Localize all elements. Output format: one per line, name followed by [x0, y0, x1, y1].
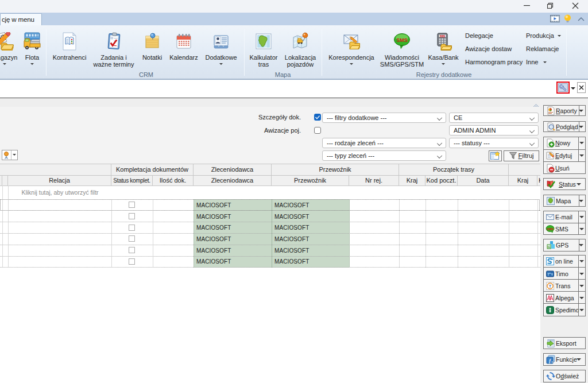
- svg-text:SMS: SMS: [396, 37, 408, 43]
- svg-text:G: G: [548, 245, 551, 249]
- svg-text:$$$: $$$: [440, 34, 445, 38]
